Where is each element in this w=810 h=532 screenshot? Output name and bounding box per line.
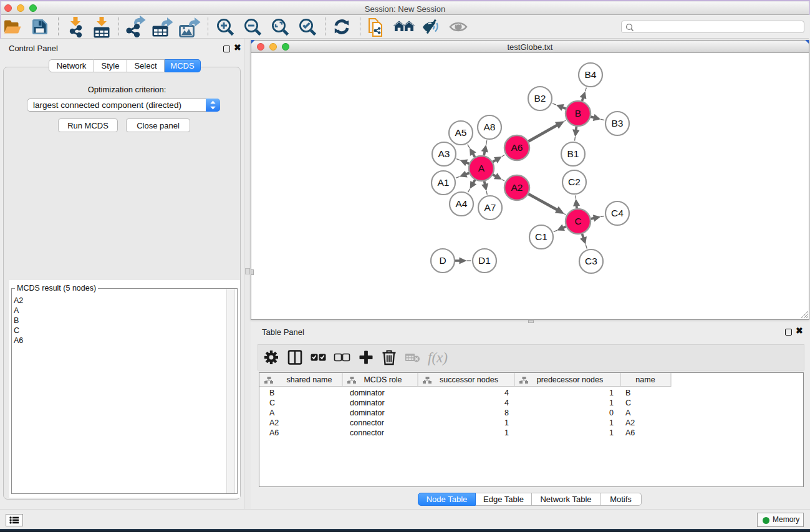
svg-text:1: 1 <box>504 418 509 427</box>
svg-text:B4: B4 <box>585 69 597 80</box>
svg-text:f(x): f(x) <box>428 350 448 365</box>
svg-text:C3: C3 <box>585 256 597 266</box>
svg-text:A2: A2 <box>269 418 279 427</box>
svg-text:name: name <box>635 375 655 384</box>
svg-text:A: A <box>269 409 275 417</box>
svg-text:predecessor nodes: predecessor nodes <box>537 375 603 384</box>
svg-text:dominator: dominator <box>350 409 385 417</box>
svg-text:1: 1 <box>609 428 614 437</box>
svg-text:D1: D1 <box>478 255 491 266</box>
svg-text:1: 1 <box>609 399 614 407</box>
svg-text:C: C <box>625 399 631 407</box>
svg-text:A4: A4 <box>456 198 468 209</box>
svg-text:C: C <box>574 216 581 226</box>
svg-text:B: B <box>625 389 630 397</box>
svg-text:successor nodes: successor nodes <box>440 375 498 384</box>
svg-text:B3: B3 <box>612 118 624 128</box>
svg-text:4: 4 <box>504 399 509 407</box>
svg-text:B2: B2 <box>534 93 546 104</box>
svg-text:1: 1 <box>609 389 614 397</box>
svg-text:A2: A2 <box>511 182 523 193</box>
svg-text:D: D <box>439 255 446 266</box>
svg-text:shared name: shared name <box>287 375 332 384</box>
svg-text:C4: C4 <box>611 208 624 218</box>
svg-text:B: B <box>269 389 274 397</box>
svg-text:C: C <box>269 399 275 407</box>
svg-text:connector: connector <box>350 428 384 437</box>
svg-text:A8: A8 <box>484 122 496 132</box>
svg-text:C1: C1 <box>535 231 547 242</box>
svg-text:connector: connector <box>350 418 384 427</box>
svg-text:A2: A2 <box>625 418 635 427</box>
svg-text:A6: A6 <box>625 428 635 437</box>
svg-text:A1: A1 <box>438 177 450 188</box>
svg-text:4: 4 <box>504 389 509 397</box>
svg-text:B1: B1 <box>567 148 579 159</box>
svg-text:1: 1 <box>504 428 509 437</box>
svg-text:C2: C2 <box>568 177 581 187</box>
svg-text:0: 0 <box>609 409 614 417</box>
svg-text:dominator: dominator <box>350 399 385 407</box>
svg-text:A: A <box>478 163 485 173</box>
svg-text:MCDS role: MCDS role <box>364 375 402 384</box>
svg-text:A: A <box>625 409 631 417</box>
svg-text:8: 8 <box>504 409 509 417</box>
svg-text:A3: A3 <box>438 148 450 159</box>
svg-text:A7: A7 <box>485 202 496 213</box>
svg-text:dominator: dominator <box>350 389 385 397</box>
svg-text:A6: A6 <box>511 142 523 153</box>
svg-text:A5: A5 <box>455 127 467 138</box>
svg-text:B: B <box>575 108 581 118</box>
svg-text:A6: A6 <box>269 428 279 437</box>
svg-text:1: 1 <box>609 418 614 427</box>
